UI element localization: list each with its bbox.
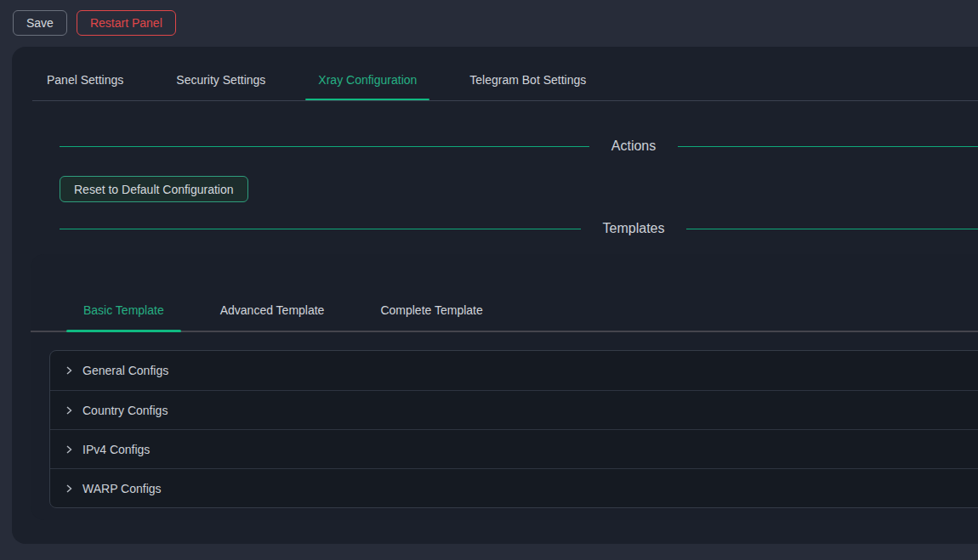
accordion-item-ipv4-configs[interactable]: IPv4 Configs — [50, 429, 978, 468]
restart-panel-button[interactable]: Restart Panel — [77, 10, 176, 36]
reset-to-default-button[interactable]: Reset to Default Configuration — [60, 176, 248, 202]
accordion-item-label: IPv4 Configs — [82, 443, 150, 456]
divider-line — [60, 146, 589, 147]
accordion-item-label: Country Configs — [82, 404, 168, 417]
divider-line — [678, 146, 978, 147]
divider-line — [60, 229, 581, 229]
app-root: Save Restart Panel Panel Settings Securi… — [0, 0, 978, 544]
templates-divider: Templates — [60, 220, 978, 237]
tab-security-settings[interactable]: Security Settings — [176, 71, 265, 100]
config-accordion: General Configs Country Configs IPv4 Con… — [49, 350, 978, 508]
chevron-right-icon — [64, 484, 74, 494]
actions-section-title: Actions — [589, 139, 678, 154]
settings-tab-bar: Panel Settings Security Settings Xray Co… — [32, 47, 978, 101]
accordion-item-label: General Configs — [82, 364, 168, 377]
chevron-right-icon — [64, 444, 74, 455]
accordion-item-label: WARP Configs — [82, 482, 162, 495]
save-button[interactable]: Save — [13, 10, 67, 36]
templates-card: Basic Template Advanced Template Complet… — [31, 254, 978, 520]
tab-telegram-bot-settings[interactable]: Telegram Bot Settings — [469, 71, 586, 100]
tab-complete-template[interactable]: Complete Template — [363, 302, 499, 331]
template-tab-bar: Basic Template Advanced Template Complet… — [31, 254, 978, 332]
tab-advanced-template[interactable]: Advanced Template — [203, 302, 342, 331]
accordion-item-country-configs[interactable]: Country Configs — [50, 390, 978, 429]
actions-divider: Actions — [60, 138, 978, 155]
accordion-item-warp-configs[interactable]: WARP Configs — [50, 468, 978, 507]
top-action-bar: Save Restart Panel — [0, 0, 978, 47]
accordion-item-general-configs[interactable]: General Configs — [50, 351, 978, 390]
chevron-right-icon — [64, 365, 74, 376]
chevron-right-icon — [64, 405, 74, 416]
templates-section-title: Templates — [581, 221, 687, 236]
tab-basic-template[interactable]: Basic Template — [66, 302, 181, 331]
settings-card: Panel Settings Security Settings Xray Co… — [12, 47, 978, 544]
tab-panel-settings[interactable]: Panel Settings — [47, 71, 123, 100]
tab-xray-configuration[interactable]: Xray Configuration — [318, 71, 417, 100]
divider-line — [686, 229, 978, 229]
